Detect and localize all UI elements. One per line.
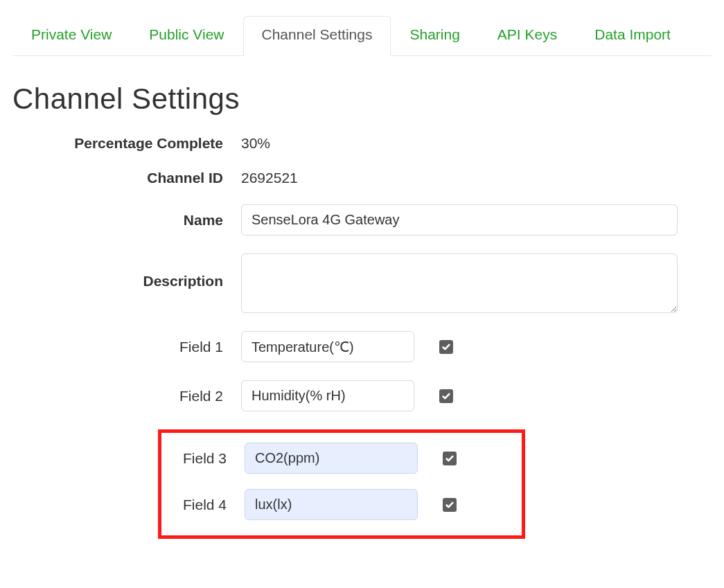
label-field4: Field 4: [161, 497, 245, 513]
label-description: Description: [12, 253, 241, 289]
tab-api-keys[interactable]: API Keys: [479, 16, 576, 56]
field1-input[interactable]: [241, 331, 414, 362]
label-channel-id: Channel ID: [12, 170, 241, 186]
tab-channel-settings[interactable]: Channel Settings: [243, 16, 391, 56]
field4-checkbox[interactable]: [443, 498, 457, 512]
check-icon: [445, 500, 454, 510]
description-textarea[interactable]: [241, 253, 678, 313]
tab-sharing[interactable]: Sharing: [391, 16, 478, 56]
field3-input[interactable]: [245, 443, 418, 474]
label-field3: Field 3: [161, 450, 245, 467]
field4-input[interactable]: [245, 489, 418, 520]
field3-checkbox[interactable]: [443, 452, 457, 465]
tab-bar: Private View Public View Channel Setting…: [12, 0, 712, 56]
label-field2: Field 2: [12, 388, 241, 404]
label-name: Name: [12, 212, 241, 229]
page-title: Channel Settings: [12, 82, 712, 116]
name-input[interactable]: [241, 204, 678, 235]
highlight-fields-3-4: Field 3 Field 4: [158, 429, 525, 539]
check-icon: [441, 391, 451, 401]
field2-input[interactable]: [241, 380, 414, 411]
value-channel-id: 2692521: [241, 170, 298, 186]
channel-settings-form: Percentage Complete 30% Channel ID 26925…: [12, 135, 712, 539]
check-icon: [445, 454, 454, 463]
tab-data-import[interactable]: Data Import: [576, 16, 689, 56]
tab-public-view[interactable]: Public View: [130, 16, 242, 56]
field1-checkbox[interactable]: [439, 340, 453, 354]
label-field1: Field 1: [12, 339, 241, 355]
check-icon: [441, 342, 451, 352]
label-percentage-complete: Percentage Complete: [12, 135, 241, 152]
value-percentage-complete: 30%: [241, 135, 270, 152]
field2-checkbox[interactable]: [439, 389, 453, 403]
tab-private-view[interactable]: Private View: [12, 16, 130, 56]
